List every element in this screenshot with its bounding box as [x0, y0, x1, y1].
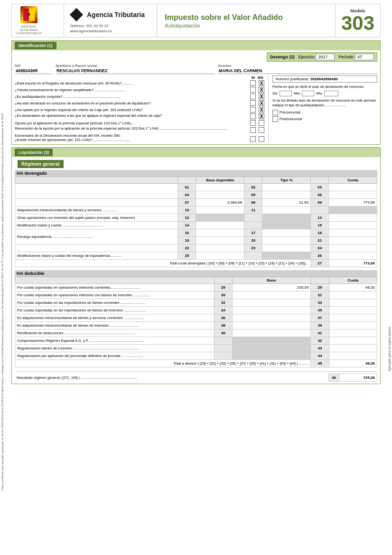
dia-input[interactable] [280, 91, 292, 96]
val-14-tipo [262, 222, 311, 229]
opt2-check2[interactable] [259, 127, 264, 133]
num-30: 30 [214, 292, 232, 299]
th-desc-ded [15, 277, 215, 284]
val-30[interactable] [232, 292, 311, 299]
devengo-row: Devengo (2) Ejercicio 2017 Período 4T [15, 52, 377, 62]
opt1-check1[interactable] [250, 120, 256, 126]
ded-label-36: En adquisiciones intracomunitarias de bi… [15, 314, 215, 322]
num-16: 16 [178, 229, 196, 237]
val-37[interactable] [329, 314, 377, 322]
identificacion-section: Identificación (1) Devengo (2) Ejercicio… [11, 40, 381, 145]
question-1: ¿Está inscrito en el Registro de devoluc… [15, 80, 264, 86]
val-38[interactable] [232, 322, 311, 329]
val-06[interactable] [329, 191, 377, 199]
val-29[interactable]: 48,30 [329, 284, 377, 292]
val-21[interactable] [329, 237, 377, 245]
val-01[interactable] [196, 184, 244, 191]
num-02: 02 [244, 184, 262, 191]
right-margin-container: Ejemplar para el sujeto pasivo [388, 190, 391, 508]
val-16[interactable] [196, 229, 244, 237]
val-05[interactable] [262, 191, 311, 199]
modelo-area: Modelo 303 [335, 4, 380, 37]
num-03: 03 [311, 184, 329, 191]
val-24[interactable] [329, 245, 377, 252]
opt2-check1[interactable] [250, 127, 256, 133]
ejercicio-value[interactable]: 2017 [316, 54, 335, 60]
nif-value[interactable]: 40982436R [15, 68, 53, 74]
q5-si-check[interactable] [250, 107, 256, 113]
opt3-check2[interactable] [259, 136, 264, 142]
preconcursal-check[interactable] [272, 110, 278, 115]
num-10: 10 [178, 207, 196, 214]
q3-no-check[interactable]: X [259, 94, 264, 99]
num-05: 05 [244, 191, 262, 199]
val-36[interactable] [232, 314, 311, 322]
val-20[interactable] [262, 237, 311, 245]
q2-si-check[interactable] [250, 87, 256, 93]
val-02[interactable] [262, 184, 311, 191]
val-09[interactable]: 773,66 [329, 199, 377, 207]
val-40[interactable] [232, 329, 311, 337]
q4-si-check[interactable] [250, 100, 256, 106]
val-08[interactable]: 21,00 [262, 199, 311, 207]
val-15[interactable] [329, 222, 377, 229]
opt3-check1[interactable] [250, 136, 256, 142]
val-34[interactable] [232, 307, 311, 314]
val-46[interactable]: 725,36 [339, 374, 377, 382]
val-32[interactable] [232, 299, 311, 307]
val-19[interactable] [196, 237, 244, 245]
q6-no-check[interactable]: X [259, 113, 264, 119]
val-26[interactable] [329, 252, 377, 260]
val-14[interactable] [196, 222, 244, 229]
anio-input[interactable] [324, 91, 338, 96]
q1-si-check[interactable] [250, 80, 256, 86]
val-27[interactable]: 773,66 [329, 260, 377, 267]
mes-input[interactable] [302, 91, 314, 96]
val-25[interactable] [196, 252, 244, 260]
periodo-value[interactable]: 4T [355, 54, 374, 60]
opt1-check2[interactable] [259, 120, 264, 126]
val-17[interactable] [262, 229, 311, 237]
postconcursal-option: Postconcursal [272, 116, 377, 122]
liquidacion-section: Liquidación (3) Régimen general IVA deve… [11, 147, 381, 384]
nombre-value[interactable]: MARIA DEL CARMEN [218, 68, 377, 74]
val-07[interactable]: 3.684,08 [196, 199, 244, 207]
q4-no-check[interactable]: X [259, 100, 264, 106]
val-22[interactable] [196, 245, 244, 252]
val-31[interactable] [329, 292, 377, 299]
opt2-text: Revocación de la opción por la aplicació… [15, 126, 248, 131]
val-23[interactable] [262, 245, 311, 252]
val-42[interactable] [329, 337, 377, 345]
val-11[interactable] [262, 207, 311, 214]
val-42-base [232, 337, 311, 345]
val-04[interactable] [196, 191, 244, 199]
val-10[interactable] [196, 207, 244, 214]
val-35[interactable] [329, 307, 377, 314]
val-03[interactable] [329, 184, 377, 191]
postconcursal-check[interactable] [272, 116, 278, 122]
val-45[interactable]: 48,30 [329, 360, 377, 367]
resultado-section: Resultado régimen general ( [27] - [45] … [15, 371, 377, 382]
val-41[interactable] [329, 329, 377, 337]
identificacion-header: Identificación (1) [15, 42, 56, 49]
val-44[interactable] [329, 352, 377, 360]
q6-si-check[interactable] [250, 113, 256, 119]
q1-no-check[interactable]: X [259, 80, 264, 86]
q5-no-check[interactable]: X [259, 107, 264, 113]
val-28[interactable]: 230,00 [232, 284, 311, 292]
th-desc [15, 177, 178, 184]
val-18[interactable] [329, 229, 377, 237]
val-empty1 [329, 207, 377, 214]
val-43[interactable] [329, 345, 377, 352]
val-44-base [232, 352, 311, 360]
val-33[interactable] [329, 299, 377, 307]
apellidos-value[interactable]: RESCALVO FERNANDEZ [56, 68, 215, 74]
q3-si-check[interactable] [250, 94, 256, 99]
row-label-recargo: Recargo equivalencia ...................… [15, 229, 178, 245]
question-3: ¿Es autoliquidación conjunta?...........… [15, 94, 264, 99]
num-empty4 [244, 252, 262, 260]
q2-no-check[interactable]: X [259, 87, 264, 93]
val-39[interactable] [329, 322, 377, 329]
table-row: 01 02 03 [15, 184, 377, 191]
val-13[interactable] [329, 214, 377, 222]
